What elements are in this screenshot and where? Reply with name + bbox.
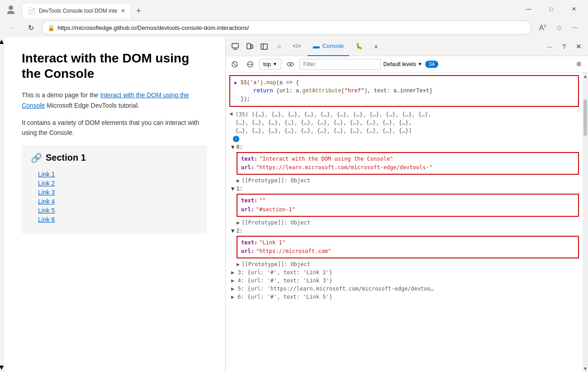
scroll-down-btn[interactable]: ▼ [583,365,588,372]
item6-inline: ▶ 6: {url: '#', text: 'Link 5'} [226,293,583,301]
maximize-button[interactable]: □ [541,2,562,16]
section1-links: Link 1 Link 2 Link 3 Link 4 Link 5 Link … [31,167,198,227]
item2-proto: ▶ [[Prototype]]: Object [226,260,583,268]
console-filter-input[interactable] [299,59,381,70]
close-button[interactable]: ✕ [564,2,584,16]
item1-object: text: "" url: "#section-1" [237,194,579,216]
item1-collapse-arrow[interactable]: ▼ [231,186,234,192]
devtools-panel: ⌂ </> ▬ Console 🐛 + ··· ? ✕ [225,37,588,372]
browser-toolbar-icons: Aᵀ ☆ ··· [536,20,583,35]
scroll-up-btn[interactable]: ▲ [583,72,588,80]
url-text: https://microsoftedge.github.io/Demos/de… [57,24,526,31]
message-count-area: 34 [425,61,438,68]
link6[interactable]: Link 6 [38,216,191,223]
item2-text-key: text: [241,238,257,247]
item0-proto: ▶ [[Prototype]]: Object [226,176,583,185]
function-name: $$ [240,80,247,86]
item1-url-key: url: [241,205,254,214]
link3[interactable]: Link 3 [38,189,191,196]
scroll-thumb[interactable] [583,100,587,136]
item1-url-val: "#section-1" [256,205,295,214]
devtools-settings-icon[interactable]: ⚙ [573,58,585,71]
favorites-icon[interactable]: ☆ [552,20,566,35]
item0-url-val: "https://learn.microsoft.com/microsoft-e… [256,163,432,172]
console-scroll-container: ▸ $$('a').map(a => { return {url: a.getA… [226,72,588,372]
svg-point-1 [7,11,14,14]
item0-proto-arrow[interactable]: ▶ [237,177,240,184]
devtools-help-icon[interactable]: ? [557,40,571,53]
tab-title: DevTools Console tool DOM inte [39,8,117,14]
page-paragraph1: This is a demo page for the Interact wit… [22,90,207,110]
item0-label: 0: [236,144,242,150]
window-controls: — □ ✕ [518,2,584,16]
link4[interactable]: Link 4 [38,198,191,205]
tab-elements[interactable]: ⌂ [272,37,286,56]
add-panel-button[interactable]: + [369,40,383,53]
clear-console-button[interactable] [228,58,241,71]
section1-heading: 🔗 Section 1 [31,153,198,163]
link2[interactable]: Link 2 [38,180,191,187]
page-content: Interact with the DOM using the Console … [4,37,225,372]
tab-sources[interactable]: </> [287,37,307,56]
levels-dropdown[interactable]: Default levels ▼ [384,61,422,67]
array-summary-line1: (35) [{…}, {…}, {…}, {…}, {…}, {…}, {…},… [235,110,431,119]
url-bar[interactable]: 🔒 https://microsoftedge.github.io/Demos/… [42,20,532,35]
item0-text-line: text: "Interact with the DOM using the C… [241,155,574,163]
levels-label: Default levels [384,61,416,67]
item2-proto-label: [[Prototype]]: Object [242,261,310,267]
devtools-inspect-icon[interactable] [228,40,242,53]
active-tab[interactable]: 📄 DevTools Console tool DOM inte ✕ [22,3,131,18]
devtools-device-icon[interactable] [243,40,256,53]
context-selector[interactable]: top ▼ [259,59,281,70]
item4-inline: ▶ 4: {url: '#', text: 'Link 3'} [226,277,583,285]
console-tab-label: Console [322,43,344,49]
block-icon[interactable] [244,58,256,71]
read-aloud-icon[interactable]: Aᵀ [536,20,550,35]
item1-text-key: text: [241,196,257,205]
console-input-code: $$('a').map(a => { return {url: a.getAtt… [240,79,432,103]
eye-icon[interactable] [284,58,297,71]
item0-object: text: "Interact with the DOM using the C… [237,152,579,175]
more-actions-icon[interactable]: ··· [568,20,583,35]
page-title: Interact with the DOM using the Console [22,51,207,81]
scroll-down-arrow[interactable]: ▼ [0,363,4,372]
item2-proto-arrow[interactable]: ▶ [237,261,240,267]
profile-icon[interactable] [4,2,18,16]
main-area: ▲ ▼ Interact with the DOM using the Cons… [0,37,588,372]
tab-network[interactable]: 🐛 [350,37,368,56]
item0-collapse-arrow[interactable]: ▼ [231,144,234,150]
item1-label: 1: [236,186,242,192]
item0-text-key: text: [241,155,257,163]
devtools-close-icon[interactable]: ✕ [572,40,585,53]
devtools-sidebar-icon[interactable] [257,40,271,53]
back-button[interactable]: ← [5,20,20,35]
link5[interactable]: Link 5 [38,207,191,214]
item5-inline: ▶ 5: {url: 'https://learn.microsoft.com/… [226,285,583,293]
link1[interactable]: Link 1 [38,171,191,178]
devtools-more-icon[interactable]: ··· [543,40,556,53]
scroll-up-arrow[interactable]: ▲ [0,37,4,46]
item0-url-line: url: "https://learn.microsoft.com/micros… [241,163,574,172]
item2-label: 2: [236,228,242,234]
new-tab-button[interactable]: + [131,4,146,18]
href-str: "href" [345,88,364,94]
item2-url-key: url: [241,247,254,256]
devtools-secondary-toolbar: top ▼ Default levels ▼ 34 ⚙ [226,56,588,72]
item1-url-line: url: "#section-1" [241,205,574,214]
item2-object: text: "Link 1" url: "https://microsoft.c… [237,236,579,258]
tab-close-button[interactable]: ✕ [121,8,125,14]
tab-console[interactable]: ▬ Console [308,37,350,56]
getattr-fn: getAttribute [302,88,341,94]
console-panel-icon: ▬ [313,42,320,50]
minimize-button[interactable]: — [518,2,539,16]
refresh-button[interactable]: ↻ [24,20,38,35]
info-line: i [226,135,583,143]
console-scrollbar[interactable]: ▲ ▼ [583,72,588,372]
item3-inline: ▶ 3: {url: '#', text: 'Link 2'} [226,268,583,277]
item1-proto-arrow[interactable]: ▶ [237,219,240,226]
array-summary-line2: {…}, {…}, {…}, {…}, {…}, {…}, {…}, {…}, … [235,119,431,127]
svg-rect-2 [232,43,238,48]
return-kw: return [253,88,273,94]
item2-collapse-arrow[interactable]: ▼ [231,228,234,234]
map-fn: map [266,80,276,86]
